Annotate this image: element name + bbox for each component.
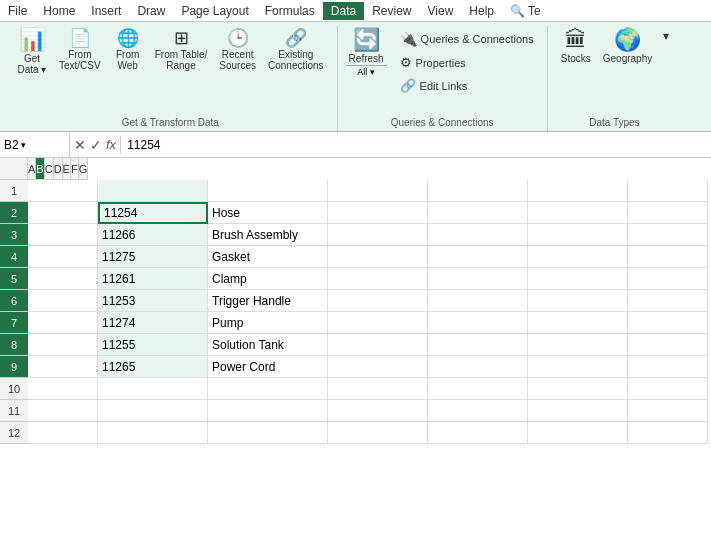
cell-e2[interactable] [428, 202, 528, 224]
cell-d5[interactable] [328, 268, 428, 290]
cell-b12[interactable] [98, 422, 208, 444]
cell-c4[interactable]: Gasket [208, 246, 328, 268]
cell-b2[interactable]: 11254 [98, 202, 208, 224]
cell-e6[interactable] [428, 290, 528, 312]
data-types-more-button[interactable]: ▾ [659, 26, 673, 46]
cell-g7[interactable] [628, 312, 708, 334]
cell-d1[interactable] [328, 180, 428, 202]
cell-a8[interactable] [28, 334, 98, 356]
edit-links-button[interactable]: 🔗 Edit Links [395, 75, 539, 96]
cell-d8[interactable] [328, 334, 428, 356]
cell-a3[interactable] [28, 224, 98, 246]
existing-connections-button[interactable]: 🔗 ExistingConnections [263, 26, 329, 74]
cell-a2[interactable] [28, 202, 98, 224]
cell-d10[interactable] [328, 378, 428, 400]
cell-b5[interactable]: 11261 [98, 268, 208, 290]
cell-d9[interactable] [328, 356, 428, 378]
cell-ref-dropdown[interactable]: ▾ [21, 140, 26, 150]
cell-c11[interactable] [208, 400, 328, 422]
cell-f8[interactable] [528, 334, 628, 356]
from-web-button[interactable]: 🌐 FromWeb [108, 26, 148, 74]
cell-e12[interactable] [428, 422, 528, 444]
cell-d3[interactable] [328, 224, 428, 246]
cancel-icon[interactable]: ✕ [74, 137, 86, 153]
cell-a6[interactable] [28, 290, 98, 312]
refresh-all-button[interactable]: 🔄 Refresh [346, 26, 387, 65]
cell-c3[interactable]: Brush Assembly [208, 224, 328, 246]
cell-f5[interactable] [528, 268, 628, 290]
confirm-icon[interactable]: ✓ [90, 137, 102, 153]
get-data-button[interactable]: 📊 GetData ▾ [12, 26, 52, 78]
cell-e8[interactable] [428, 334, 528, 356]
cell-d12[interactable] [328, 422, 428, 444]
cell-d4[interactable] [328, 246, 428, 268]
cell-f2[interactable] [528, 202, 628, 224]
cell-f1[interactable] [528, 180, 628, 202]
cell-b7[interactable]: 11274 [98, 312, 208, 334]
cell-d11[interactable] [328, 400, 428, 422]
cell-g4[interactable] [628, 246, 708, 268]
cell-b8[interactable]: 11255 [98, 334, 208, 356]
cell-a11[interactable] [28, 400, 98, 422]
menu-home[interactable]: Home [35, 2, 83, 20]
cell-c10[interactable] [208, 378, 328, 400]
cell-c5[interactable]: Clamp [208, 268, 328, 290]
cell-f11[interactable] [528, 400, 628, 422]
queries-connections-button[interactable]: 🔌 Queries & Connections [395, 28, 539, 50]
geography-button[interactable]: 🌍 Geography [598, 26, 657, 67]
menu-review[interactable]: Review [364, 2, 419, 20]
cell-f12[interactable] [528, 422, 628, 444]
cell-a1[interactable] [28, 180, 98, 202]
cell-c6[interactable]: Trigger Handle [208, 290, 328, 312]
cell-c12[interactable] [208, 422, 328, 444]
refresh-dropdown-button[interactable]: All ▾ [346, 65, 387, 78]
formula-input[interactable] [121, 138, 711, 152]
cell-a12[interactable] [28, 422, 98, 444]
cell-f6[interactable] [528, 290, 628, 312]
cell-f10[interactable] [528, 378, 628, 400]
cell-c1[interactable] [208, 180, 328, 202]
cell-b9[interactable]: 11265 [98, 356, 208, 378]
cell-c8[interactable]: Solution Tank [208, 334, 328, 356]
stocks-button[interactable]: 🏛 Stocks [556, 26, 596, 67]
cell-g12[interactable] [628, 422, 708, 444]
cell-b11[interactable] [98, 400, 208, 422]
cell-g8[interactable] [628, 334, 708, 356]
cell-e5[interactable] [428, 268, 528, 290]
cell-g11[interactable] [628, 400, 708, 422]
cell-d2[interactable] [328, 202, 428, 224]
cell-b10[interactable] [98, 378, 208, 400]
recent-sources-button[interactable]: 🕒 RecentSources [214, 26, 261, 74]
menu-page-layout[interactable]: Page Layout [173, 2, 256, 20]
menu-help[interactable]: Help [461, 2, 502, 20]
cell-f4[interactable] [528, 246, 628, 268]
cell-e3[interactable] [428, 224, 528, 246]
cell-g1[interactable] [628, 180, 708, 202]
menu-formulas[interactable]: Formulas [257, 2, 323, 20]
menu-data[interactable]: Data [323, 2, 364, 20]
cell-a10[interactable] [28, 378, 98, 400]
cell-e11[interactable] [428, 400, 528, 422]
menu-draw[interactable]: Draw [129, 2, 173, 20]
cell-g3[interactable] [628, 224, 708, 246]
cell-d7[interactable] [328, 312, 428, 334]
from-text-button[interactable]: 📄 FromText/CSV [54, 26, 106, 74]
menu-file[interactable]: File [0, 2, 35, 20]
cell-d6[interactable] [328, 290, 428, 312]
cell-b3[interactable]: 11266 [98, 224, 208, 246]
cell-reference-box[interactable]: B2 ▾ [0, 132, 70, 157]
cell-g5[interactable] [628, 268, 708, 290]
cell-c9[interactable]: Power Cord [208, 356, 328, 378]
from-table-button[interactable]: ⊞ From Table/Range [150, 26, 213, 74]
cell-c7[interactable]: Pump [208, 312, 328, 334]
cell-a9[interactable] [28, 356, 98, 378]
cell-b6[interactable]: 11253 [98, 290, 208, 312]
cell-e7[interactable] [428, 312, 528, 334]
cell-g6[interactable] [628, 290, 708, 312]
function-icon[interactable]: fx [106, 137, 116, 152]
cell-b4[interactable]: 11275 [98, 246, 208, 268]
cell-f9[interactable] [528, 356, 628, 378]
cell-b1[interactable] [98, 180, 208, 202]
menu-search[interactable]: 🔍 Te [502, 2, 549, 20]
cell-e4[interactable] [428, 246, 528, 268]
